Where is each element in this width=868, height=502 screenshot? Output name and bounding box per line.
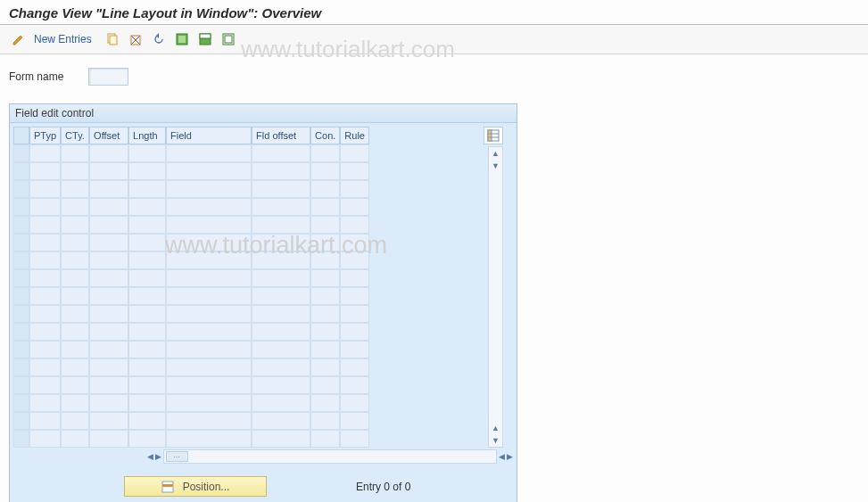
col-rule[interactable]: Rule: [340, 127, 369, 144]
field-edit-control-panel: Field edit control PTyp CTy. Offset Lngt…: [9, 103, 517, 502]
table-row[interactable]: [13, 144, 369, 162]
scrollbar-thumb[interactable]: ⋯: [166, 451, 188, 462]
table-row[interactable]: [13, 234, 369, 251]
position-icon: [161, 481, 174, 493]
col-lngth[interactable]: Lngth: [128, 127, 166, 144]
table-row[interactable]: [13, 394, 369, 412]
delete-icon[interactable]: [126, 30, 145, 48]
table-row[interactable]: [13, 180, 369, 198]
table-row[interactable]: [13, 287, 369, 305]
scroll-down-icon[interactable]: ▼: [492, 434, 500, 447]
table-row[interactable]: [13, 412, 369, 430]
scroll-left-icon[interactable]: ◀: [147, 450, 153, 463]
table-row[interactable]: [13, 305, 369, 323]
toolbar: New Entries: [0, 25, 868, 54]
table-settings-icon[interactable]: [484, 127, 503, 144]
table-row[interactable]: [13, 216, 369, 234]
col-fldoff[interactable]: Fld offset: [252, 127, 310, 144]
svg-rect-8: [200, 34, 211, 38]
table-row[interactable]: [13, 269, 369, 287]
col-field[interactable]: Field: [166, 127, 252, 144]
panel-title: Field edit control: [10, 104, 517, 123]
svg-rect-6: [178, 36, 186, 43]
vertical-scrollbar[interactable]: ▲ ▼ ▲ ▼: [488, 146, 503, 448]
table-row[interactable]: [13, 358, 369, 376]
deselect-all-icon[interactable]: [219, 30, 238, 48]
position-button[interactable]: Position...: [124, 476, 267, 497]
table-row[interactable]: [13, 251, 369, 269]
scroll-up-bottom-icon[interactable]: ▲: [492, 422, 500, 434]
new-entries-button[interactable]: New Entries: [32, 33, 99, 45]
entry-count-text: Entry 0 of 0: [356, 481, 410, 493]
change-icon[interactable]: [9, 30, 29, 48]
form-name-label: Form name: [9, 70, 63, 83]
svg-rect-16: [162, 484, 173, 487]
position-label: Position...: [183, 481, 230, 493]
scroll-right-end-icon[interactable]: ▶: [507, 450, 513, 463]
scroll-right-icon[interactable]: ▶: [155, 450, 161, 463]
page-title: Change View "Line Layout in Window": Ove…: [0, 0, 868, 25]
table-row[interactable]: [13, 430, 369, 448]
scroll-down-top-icon[interactable]: ▼: [492, 160, 500, 172]
col-cty[interactable]: CTy.: [61, 127, 89, 144]
form-name-row: Form name: [9, 68, 859, 86]
col-offset[interactable]: Offset: [89, 127, 128, 144]
form-name-input[interactable]: [88, 68, 128, 86]
scroll-left-end-icon[interactable]: ◀: [499, 450, 505, 463]
select-all-icon[interactable]: [172, 30, 192, 48]
undo-icon[interactable]: [149, 30, 169, 48]
table-row[interactable]: [13, 376, 369, 394]
row-selector-header: [13, 127, 29, 144]
col-ptyp[interactable]: PTyp: [29, 127, 61, 144]
table-row[interactable]: [13, 198, 369, 216]
svg-rect-1: [110, 36, 117, 45]
table-row[interactable]: [13, 341, 369, 358]
scroll-up-icon[interactable]: ▲: [492, 147, 500, 160]
table-row[interactable]: [13, 323, 369, 341]
copy-icon[interactable]: [103, 30, 122, 48]
col-con[interactable]: Con.: [310, 127, 340, 144]
horizontal-scrollbar[interactable]: ◀ ▶ ⋯ ◀ ▶: [10, 448, 517, 467]
table-row[interactable]: [13, 162, 369, 180]
select-block-icon[interactable]: [195, 30, 215, 48]
data-grid[interactable]: PTyp CTy. Offset Lngth Field Fld offset …: [13, 127, 369, 448]
svg-rect-12: [488, 130, 492, 141]
